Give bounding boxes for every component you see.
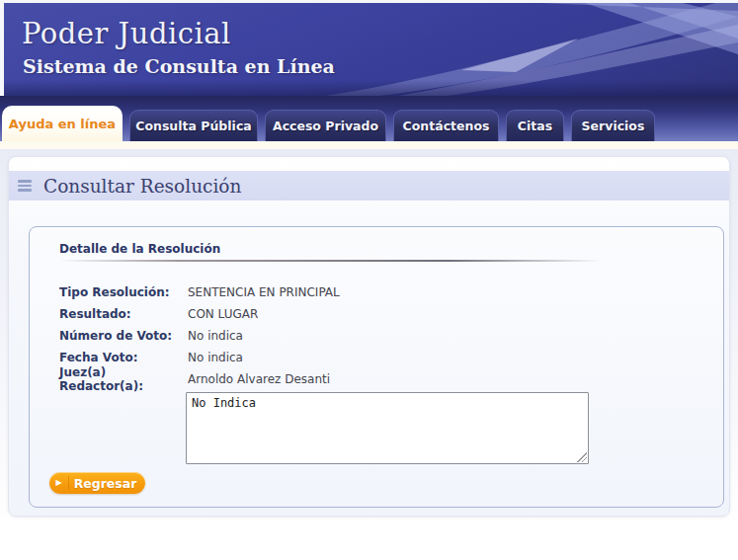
tab-strip: Ayuda en línea Consulta Pública Acceso P… — [0, 96, 738, 149]
page-title: Consultar Resolución — [43, 176, 241, 197]
field-label: Tipo Resolución: — [59, 285, 188, 299]
resolution-notes-textarea[interactable]: No Indica — [186, 392, 589, 464]
tab-label: Acceso Privado — [273, 119, 378, 133]
regresar-button[interactable]: ▶ Regresar — [49, 472, 145, 494]
site-header: Poder Judicial Sistema de Consulta en Lí… — [0, 0, 738, 96]
field-value: No indica — [188, 351, 243, 364]
field-value: CON LUGAR — [188, 307, 258, 321]
field-value: Arnoldo Alvarez Desanti — [188, 372, 330, 386]
resolution-detail-box: Detalle de la Resolución Tipo Resolución… — [29, 226, 724, 508]
arrow-right-icon: ▶ — [49, 476, 69, 490]
field-label: Número de Voto: — [59, 329, 188, 343]
field-row-resultado: Resultado: CON LUGAR — [59, 303, 340, 325]
field-label: Resultado: — [59, 307, 188, 321]
tab-contactenos[interactable]: Contáctenos — [393, 110, 499, 141]
tab-bottom-strip — [0, 141, 738, 149]
tab-ayuda-en-linea[interactable]: Ayuda en línea — [2, 106, 123, 141]
tab-citas[interactable]: Citas — [506, 110, 564, 141]
tab-label: Ayuda en línea — [9, 117, 116, 131]
regresar-button-label: Regresar — [69, 476, 145, 491]
field-value: No indica — [188, 329, 243, 343]
tab-label: Contáctenos — [403, 119, 490, 133]
main-navigation-tabs: Ayuda en línea Consulta Pública Acceso P… — [2, 106, 655, 141]
page-title-bar: Consultar Resolución — [9, 171, 729, 200]
field-value: SENTENCIA EN PRINCIPAL — [188, 285, 340, 299]
site-title: Poder Judicial — [22, 17, 231, 50]
content-panel: Consultar Resolución Detalle de la Resol… — [8, 156, 730, 517]
detail-title-divider — [59, 260, 601, 262]
header-swoosh-decoration — [313, 3, 738, 96]
field-label: Juez(a) Redactor(a): — [59, 365, 188, 393]
tab-consulta-publica[interactable]: Consulta Pública — [129, 110, 258, 141]
tab-acceso-privado[interactable]: Acceso Privado — [265, 110, 386, 141]
field-row-juez-redactor: Juez(a) Redactor(a): Arnoldo Alvarez Des… — [59, 368, 340, 390]
notes-textarea-wrap: No Indica — [186, 392, 589, 464]
field-label: Fecha Voto: — [59, 351, 188, 364]
tab-label: Consulta Pública — [135, 119, 251, 133]
field-row-numero-de-voto: Número de Voto: No indica — [59, 325, 340, 347]
detail-fields: Tipo Resolución: SENTENCIA EN PRINCIPAL … — [59, 281, 340, 390]
field-row-tipo-resolucion: Tipo Resolución: SENTENCIA EN PRINCIPAL — [59, 281, 340, 303]
tab-label: Servicios — [582, 119, 645, 133]
site-subtitle: Sistema de Consulta en Línea — [23, 55, 335, 77]
tab-label: Citas — [518, 119, 552, 133]
menu-icon[interactable] — [18, 178, 32, 194]
tab-servicios[interactable]: Servicios — [571, 110, 655, 141]
app-frame: Poder Judicial Sistema de Consulta en Lí… — [0, 0, 738, 560]
detail-section-title: Detalle de la Resolución — [59, 242, 220, 256]
